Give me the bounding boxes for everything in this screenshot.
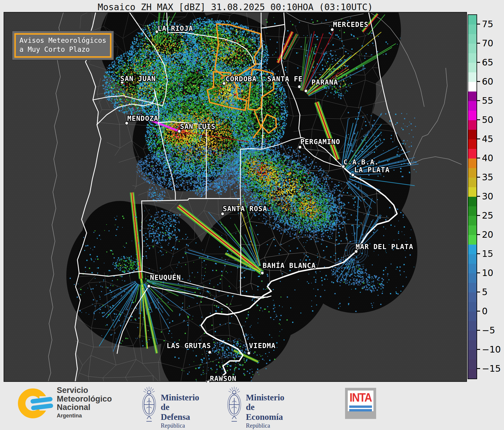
city-label: PERGAMINO [300,138,340,146]
ministry-economy-text: Ministerio de Economía República Argenti… [246,393,284,430]
colorbar-segment [468,273,477,283]
city-label: C.A.B.A. [344,158,379,166]
city-dot-viedma [247,351,251,355]
colorbar-segment [468,53,477,63]
colorbar-tick-label: 35 [482,172,493,182]
colorbar-segment [468,130,477,139]
smn-line3: Nacional [57,403,112,412]
colorbar-tick-mark [477,253,480,254]
smn-line1: Servicio [57,386,112,395]
colorbar-segment [468,359,477,369]
page-title: Mosaico ZH MAX [dBZ] 31.08.2025 00:10HOA… [4,2,467,12]
city-dot-las-grutas [208,350,212,354]
city-label: MENDOZA [127,115,158,122]
city-label: VIEDMA [249,342,275,350]
colorbar-tick-mark [477,234,480,235]
colorbar-tick-mark [477,81,480,82]
colorbar-segment [468,92,477,101]
colorbar-tick-mark [477,119,480,120]
colorbar-segment [468,34,477,44]
colorbar-strip [468,14,477,379]
colorbar-segment [468,225,477,235]
colorbar-tick-mark [477,292,480,292]
colorbar-segment [468,158,477,168]
city-label: MERCEDES [333,21,369,28]
city-label: RAWSON [210,375,236,382]
colorbar-segment [468,235,477,245]
inta-bar-icon [349,405,372,408]
colorbar-segment [468,254,477,264]
city-label: MAR DEL PLATA [356,243,413,251]
colorbar-tick-mark [477,349,480,350]
colorbar-segment [468,321,477,331]
colorbar-tick-label: 40 [482,153,493,163]
colorbar-tick-mark [477,330,480,331]
ministry-line1: Ministerio [161,393,199,402]
ministry-defense-text: Ministerio de Defensa República Argentin… [161,393,199,430]
colorbar-segment [468,72,477,82]
colorbar-tick-label: 25 [482,210,493,221]
argentina-coat-of-arms-icon [226,386,243,425]
radar-mosaic-canvas [4,13,466,381]
colorbar-tick-mark [477,43,480,44]
city-label: PARANÁ [311,78,338,86]
colorbar-segment [468,302,477,312]
city-label: CÓRDOBA [226,75,257,83]
colorbar-segment [468,292,477,302]
city-dot-pergamino [298,145,302,149]
colorbar-tick-label: 70 [482,38,493,48]
colorbar-tick-label: 15 [482,248,493,259]
colorbar-segment [468,44,477,53]
city-label: LA PLATA [354,166,390,174]
colorbar-segment [468,350,477,359]
colorbar-segment [468,312,477,321]
city-dot-paran- [304,89,308,93]
colorbar-tick-label: 60 [482,76,493,87]
city-label: LAS GRUTAS [167,342,211,350]
city-label: SAN JUAN [120,75,156,83]
colorbar-segment [468,369,477,379]
colorbar-segment [468,178,477,187]
colorbar-tick-label: 50 [482,115,493,125]
colorbar-tick-mark [477,177,480,178]
colorbar-tick-label: 10 [482,268,493,278]
ministry-line1: Ministerio [246,393,284,402]
colorbar-tick-label: 20 [482,229,493,240]
colorbar-tick-mark [477,272,480,273]
city-label: SANTA ROSA [223,205,267,213]
colorbar-tick-mark [477,62,480,63]
colorbar-segment [468,149,477,158]
colorbar-segment [468,139,477,149]
colorbar-segment [468,245,477,254]
colorbar-tick-mark [477,196,480,197]
ministry-line3: República Argentina [161,422,199,430]
colorbar-tick-label: −5 [482,325,495,336]
colorbar-tick-label: 0 [482,306,488,316]
colorbar-tick-mark [477,311,480,312]
city-dot-santa-fe [298,85,301,89]
colorbar-segment [468,187,477,197]
colorbar-segment [468,340,477,350]
warning-overlay-border: Avisos Meteorológicos a Muy Corto Plazo [14,33,111,58]
colorbar-tick-label: 55 [482,95,493,106]
city-label: SAN LUIS [180,123,216,130]
colorbar-segment [468,25,477,34]
colorbar-tick-label: 5 [482,287,488,297]
colorbar-tick-label: 65 [482,57,493,68]
city-label: SANTA FE [267,75,303,83]
radar-map: LA RIOJAMERCEDESSAN JUANCÓRDOBASANTA FEP… [4,12,467,382]
colorbar-segment [468,101,477,111]
inta-bar-icon [349,409,372,411]
colorbar-segment [468,216,477,225]
colorbar-segment [468,15,477,25]
city-label: NEUQUÉN [150,274,181,281]
colorbar-tick-label: 75 [482,19,493,29]
colorbar-tick-mark [477,24,480,25]
smn-logo: Servicio Meteorológico Nacional Argentin… [18,386,117,425]
colorbar-segment [468,82,477,92]
ministry-line3: República Argentina [246,422,284,430]
colorbar-segment [468,206,477,216]
argentina-coat-of-arms-icon [140,386,158,425]
colorbar-tick-mark [477,215,480,216]
city-dot-bah-a-blanca [261,271,264,275]
